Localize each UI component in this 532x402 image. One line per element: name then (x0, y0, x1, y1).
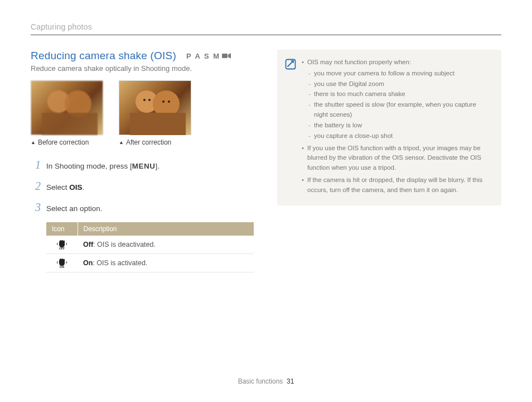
th-icon: Icon (46, 222, 78, 236)
steps-list: 1 In Shooting mode, press [MENU]. 2 Sele… (31, 159, 254, 272)
step-text: In Shooting mode, press [MENU]. (46, 161, 159, 172)
page-number: 31 (287, 377, 294, 385)
note-sub-item: the battery is low (307, 121, 491, 131)
breadcrumb: Capturing photos (31, 22, 501, 35)
step-3: 3 Select an option. (31, 201, 254, 214)
photo-before (31, 80, 103, 135)
photo-after (119, 80, 191, 135)
svg-rect-0 (222, 54, 228, 58)
note-item: If you use the OIS function with a tripo… (302, 143, 491, 173)
svg-point-9 (162, 100, 165, 103)
step-1-post: ]. (156, 162, 160, 170)
footer-section: Basic functions (238, 377, 283, 385)
note-sub-item: you move your camera to follow a moving … (307, 69, 491, 79)
step-2-pre: Select (46, 183, 69, 192)
cell-desc: Off: OIS is deactivated. (78, 236, 254, 254)
menu-label: MENU (132, 162, 156, 170)
mode-icons: P A S M (186, 52, 231, 60)
step-text: Select OIS. (46, 183, 84, 193)
note-item: If the camera is hit or dropped, the dis… (302, 175, 491, 195)
svg-text:OIS: OIS (60, 265, 65, 268)
row-sep: : (93, 241, 97, 248)
video-icon (221, 52, 231, 59)
svg-text:OFF: OFF (59, 247, 65, 250)
svg-point-10 (168, 100, 170, 103)
triangle-icon: ▲ (31, 140, 36, 145)
step-number: 2 (31, 180, 41, 193)
ois-on-icon: OIS (46, 253, 78, 272)
options-table: Icon Description OFF Off: OIS is deactiv… (46, 222, 254, 272)
right-column: OIS may not function properly when: you … (277, 50, 501, 272)
photo-after-block: ▲ After correction (119, 80, 191, 146)
step-2: 2 Select OIS. (31, 180, 254, 193)
ois-label: OIS (69, 183, 82, 192)
note-content: OIS may not function properly when: you … (302, 58, 491, 198)
mode-letters: P A S M (186, 52, 220, 60)
note-sub-item: the shutter speed is slow (for example, … (307, 100, 491, 120)
svg-point-8 (148, 99, 151, 101)
note-sub-item: there is too much camera shake (307, 89, 491, 99)
caption-after-text: After correction (126, 138, 171, 146)
step-text: Select an option. (46, 204, 103, 214)
caption-after: ▲ After correction (119, 138, 191, 146)
note-sub-item: you use the Digital zoom (307, 79, 491, 89)
table-row: OIS On: OIS is activated. (46, 253, 254, 272)
left-column: Reducing camera shake (OIS) P A S M Redu… (31, 50, 254, 272)
note-icon (285, 59, 296, 198)
step-number: 3 (31, 201, 41, 214)
svg-rect-6 (130, 113, 186, 135)
photo-row: ▲ Before correction ▲ After corre (31, 80, 254, 146)
step-1-pre: In Shooting mode, press [ (46, 162, 132, 170)
caption-before: ▲ Before correction (31, 138, 103, 146)
row-label: On (83, 259, 93, 267)
row-rest: OIS is deactivated. (97, 241, 156, 248)
note-intro: OIS may not function properly when: (307, 59, 411, 65)
svg-point-7 (143, 99, 146, 101)
note-box: OIS may not function properly when: you … (277, 50, 501, 205)
subtitle: Reduce camera shake optically in Shootin… (31, 64, 254, 73)
note-item: OIS may not function properly when: you … (302, 58, 491, 141)
photo-before-block: ▲ Before correction (31, 80, 103, 146)
table-row: OFF Off: OIS is deactivated. (46, 236, 254, 254)
step-number: 1 (31, 159, 41, 171)
triangle-icon: ▲ (119, 140, 124, 145)
page-title: Reducing camera shake (OIS) (31, 50, 176, 62)
row-rest: OIS is activated. (96, 259, 147, 267)
svg-rect-3 (42, 113, 98, 135)
ois-off-icon: OFF (46, 236, 78, 254)
row-label: Off (83, 241, 93, 248)
page-footer: Basic functions 31 (0, 377, 532, 385)
cell-desc: On: OIS is activated. (78, 253, 254, 272)
note-sublist: you move your camera to follow a moving … (307, 69, 491, 141)
caption-before-text: Before correction (38, 138, 89, 146)
note-sub-item: you capture a close-up shot (307, 131, 491, 141)
th-desc: Description (78, 222, 254, 236)
step-1: 1 In Shooting mode, press [MENU]. (31, 159, 254, 172)
step-2-post: . (83, 183, 85, 192)
